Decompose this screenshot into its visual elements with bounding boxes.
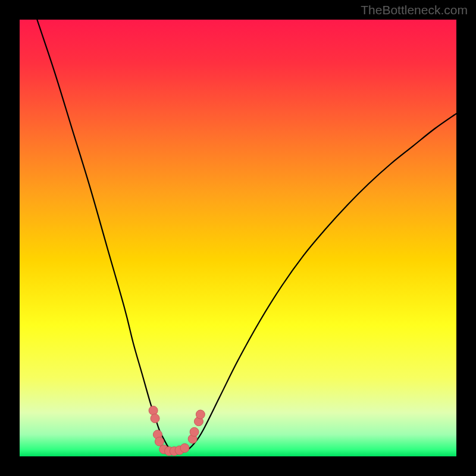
background-gradient: [20, 20, 456, 456]
svg-rect-0: [20, 20, 456, 456]
plot-area: [20, 20, 456, 456]
watermark-text: TheBottleneck.com: [361, 3, 468, 17]
chart-frame: TheBottleneck.com: [0, 0, 476, 476]
